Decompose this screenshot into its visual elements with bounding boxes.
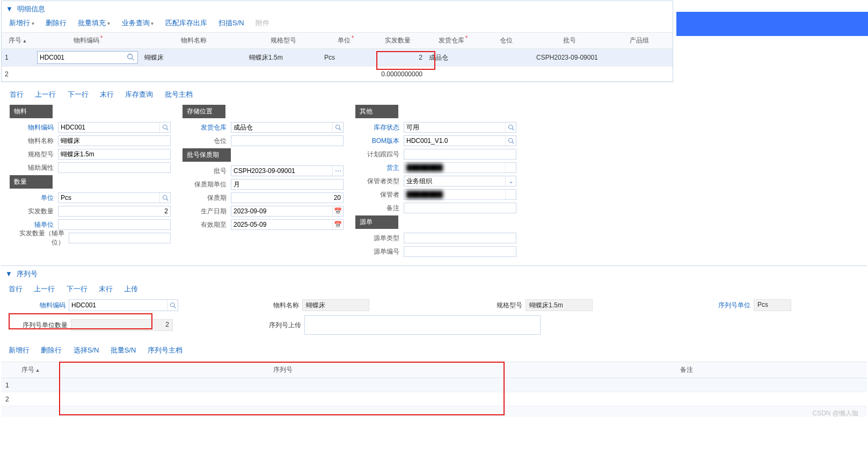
fld-auxunit[interactable]	[59, 221, 170, 228]
sn-col-seq[interactable]: 序号	[1, 362, 60, 378]
fld-actqtyaux[interactable]	[69, 234, 170, 242]
search-icon[interactable]	[505, 136, 516, 146]
cell-qty[interactable]: 0.0000000000	[369, 67, 426, 82]
fld-spec[interactable]	[59, 150, 170, 158]
attachment-btn[interactable]: 附件	[256, 18, 269, 28]
sn-prev-link[interactable]: 上一行	[34, 284, 55, 294]
col-matcode[interactable]: 物料编码	[34, 33, 141, 49]
search-icon[interactable]	[167, 300, 178, 311]
fld-bin[interactable]	[231, 137, 343, 145]
fld-matname[interactable]	[59, 137, 170, 145]
col-lot[interactable]: 批号	[533, 33, 606, 49]
biz-query-btn[interactable]: 业务查询	[122, 18, 154, 28]
search-icon[interactable]	[505, 123, 516, 132]
sn-nav-bar: 首行 上一行 下一行 末行 上传	[1, 281, 867, 297]
stock-query-link[interactable]: 库存查询	[125, 90, 153, 99]
svg-point-2	[163, 125, 167, 129]
fld-srctype[interactable]	[404, 234, 516, 242]
del-row-btn[interactable]: 删除行	[46, 18, 67, 28]
svg-line-7	[339, 128, 341, 130]
table-row[interactable]: 2	[1, 392, 867, 406]
fld-srcno[interactable]	[404, 248, 516, 255]
prev-row-link[interactable]: 上一行	[35, 90, 56, 99]
sn-upload-link[interactable]: 上传	[124, 284, 138, 294]
fld-aux[interactable]	[59, 164, 170, 171]
sn-panel-header[interactable]: ▼ 序列号	[1, 266, 867, 281]
sn-grid: 序号 序列号 备注 1 2	[1, 362, 867, 406]
col-unit[interactable]: 单位	[321, 33, 369, 49]
add-row-btn[interactable]: 新增行	[9, 18, 34, 28]
col-matname[interactable]: 物料名称	[141, 33, 246, 49]
sn-batch-btn[interactable]: 批量S/N	[111, 346, 136, 355]
sn-col-sn[interactable]: 序列号	[60, 362, 506, 378]
last-row-link[interactable]: 末行	[100, 90, 114, 99]
search-icon[interactable]	[505, 190, 516, 199]
fld-keeper[interactable]	[404, 191, 505, 198]
fld-bomver[interactable]	[404, 137, 505, 145]
sn-next-link[interactable]: 下一行	[67, 284, 87, 294]
first-row-link[interactable]: 首行	[10, 90, 24, 99]
matcode-input-wrap[interactable]	[37, 51, 138, 64]
section-other: 其他	[355, 105, 398, 118]
fld-proddate[interactable]	[231, 207, 332, 215]
table-row[interactable]: 1	[1, 378, 867, 392]
fld-owner[interactable]	[404, 164, 505, 171]
fld-shelf[interactable]	[231, 194, 343, 201]
fld-sn-matcode[interactable]	[69, 301, 167, 309]
lbl-bomver: BOM版本	[355, 136, 404, 146]
fld-actqty[interactable]	[59, 207, 170, 215]
search-icon[interactable]	[159, 193, 170, 203]
search-icon[interactable]	[505, 163, 516, 172]
ro-sn-unit: Pcs	[754, 299, 791, 311]
fld-expdate[interactable]	[231, 221, 332, 228]
fld-shipwh[interactable]	[231, 124, 332, 131]
lbl-matcode: 物料编码	[10, 123, 58, 132]
col-qty[interactable]: 实发数量	[369, 33, 426, 49]
search-icon[interactable]	[127, 53, 135, 62]
fld-lot[interactable]	[231, 167, 332, 175]
fld-shelfunit[interactable]	[231, 181, 343, 188]
next-row-link[interactable]: 下一行	[68, 90, 89, 99]
lbl-keeper: 保管者	[355, 190, 404, 199]
ro-sn-matname: 蝴蝶床	[302, 299, 369, 311]
sn-upload-box[interactable]	[304, 315, 541, 335]
svg-point-4	[163, 196, 167, 200]
fld-keepertype[interactable]	[404, 177, 505, 185]
batch-fill-btn[interactable]: 批量填充	[78, 18, 110, 28]
matcode-input[interactable]	[40, 54, 127, 61]
scan-sn-btn[interactable]: 扫描S/N	[218, 18, 244, 28]
calendar-icon[interactable]: 📅	[332, 220, 343, 229]
fld-matcode[interactable]	[59, 124, 159, 131]
lbl-sn-unit: 序列号单位	[716, 301, 754, 310]
col-prodgrp[interactable]: 产品组	[606, 33, 673, 49]
more-icon[interactable]: ⋯	[332, 166, 343, 176]
search-icon[interactable]	[332, 123, 343, 132]
chevron-down-icon[interactable]: ⌄	[505, 176, 516, 186]
sn-last-link[interactable]: 末行	[99, 284, 113, 294]
col-spec[interactable]: 规格型号	[246, 33, 321, 49]
table-row[interactable]: 1 蝴蝶床 蝴蝶床1.5m Pcs 2 成品仓 CSPH2023-09-0900…	[2, 49, 673, 67]
cell-qty[interactable]: 2	[369, 49, 426, 67]
col-seq[interactable]: 序号	[2, 33, 34, 49]
sn-select-btn[interactable]: 选择S/N	[74, 346, 99, 355]
match-stock-btn[interactable]: 匹配库存出库	[165, 18, 207, 28]
fld-unit[interactable]	[59, 194, 159, 201]
svg-point-6	[335, 125, 340, 129]
col-bin[interactable]: 仓位	[479, 33, 533, 49]
lot-master-link[interactable]: 批号主档	[165, 90, 193, 99]
fld-trackno[interactable]	[404, 150, 516, 158]
sn-first-link[interactable]: 首行	[9, 284, 23, 294]
fld-remark[interactable]	[404, 204, 516, 212]
sn-col-remark[interactable]: 备注	[506, 362, 867, 378]
search-icon[interactable]	[159, 123, 170, 132]
svg-line-13	[174, 306, 176, 308]
col-shipwh[interactable]: 发货仓库	[426, 33, 479, 49]
sn-master-btn[interactable]: 序列号主档	[148, 346, 183, 355]
detail-panel-header[interactable]: ▼ 明细信息	[2, 1, 673, 16]
calendar-icon[interactable]: 📅	[332, 206, 343, 216]
sn-delrow-btn[interactable]: 删除行	[41, 346, 62, 355]
table-row[interactable]: 2 0.0000000000	[2, 67, 673, 82]
fld-stockstat[interactable]	[404, 124, 505, 131]
lbl-expdate: 有效期至	[183, 220, 231, 229]
sn-addrow-btn[interactable]: 新增行	[9, 346, 30, 355]
